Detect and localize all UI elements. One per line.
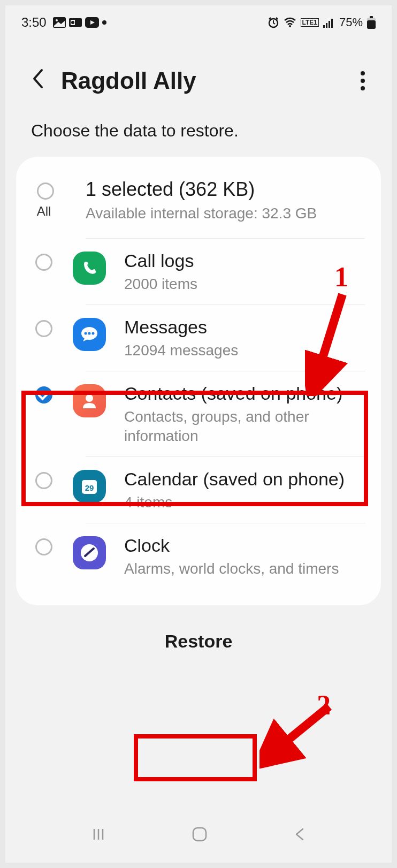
contacts-icon (73, 384, 106, 417)
phone-icon (73, 252, 106, 285)
navigation-bar (5, 815, 392, 857)
svg-point-17 (88, 332, 91, 335)
clock-subtitle: Alarms, world clocks, and timers (124, 559, 360, 578)
battery-percent: 75% (339, 16, 363, 29)
more-notifications-dot (102, 20, 106, 25)
outlook-icon (69, 17, 82, 28)
svg-rect-9 (326, 23, 327, 28)
item-row-calendar[interactable]: 29 Calendar (saved on phone) 4 items (32, 457, 365, 523)
messages-icon (73, 318, 106, 351)
wifi-icon (284, 17, 296, 28)
svg-line-29 (270, 706, 329, 755)
more-options-button[interactable] (361, 71, 376, 90)
calendar-radio[interactable] (35, 472, 52, 489)
svg-point-4 (71, 21, 74, 24)
svg-point-7 (289, 25, 291, 27)
calendar-subtitle: 4 items (124, 493, 360, 512)
status-left: 3:50 (21, 15, 106, 30)
select-all-radio[interactable] (37, 182, 54, 200)
contacts-title: Contacts (saved on phone) (124, 382, 360, 405)
svg-point-19 (86, 394, 93, 402)
svg-rect-11 (331, 19, 333, 28)
contacts-radio[interactable] (35, 386, 52, 403)
selection-summary-subtitle: Available internal storage: 32.3 GB (86, 204, 365, 223)
call-logs-title: Call logs (124, 249, 360, 272)
svg-rect-27 (193, 828, 206, 841)
status-time: 3:50 (21, 15, 47, 30)
svg-rect-13 (367, 20, 376, 29)
annotation-label-2: 2 (317, 689, 331, 721)
svg-point-18 (92, 332, 95, 335)
messages-subtitle: 12094 messages (124, 341, 360, 360)
item-row-call-logs[interactable]: Call logs 2000 items (32, 239, 365, 304)
select-all-label: All (37, 204, 51, 219)
item-row-messages[interactable]: Messages 12094 messages (32, 305, 365, 371)
svg-point-1 (56, 19, 58, 21)
clock-icon (73, 536, 106, 569)
call-logs-radio[interactable] (35, 254, 52, 271)
alarm-icon (268, 17, 279, 28)
svg-text:29: 29 (85, 483, 94, 492)
contacts-subtitle: Contacts, groups, and other information (124, 407, 360, 446)
signal-icon (323, 17, 335, 28)
page-subtitle: Choose the data to restore. (5, 110, 392, 157)
svg-rect-14 (370, 16, 373, 18)
item-row-clock[interactable]: Clock Alarms, world clocks, and timers (32, 523, 365, 589)
calendar-icon: 29 (73, 470, 106, 503)
status-right: LTE1 75% (268, 16, 376, 29)
clock-radio[interactable] (35, 538, 52, 555)
svg-rect-8 (323, 25, 325, 28)
restore-button[interactable]: Restore (143, 621, 254, 661)
back-button[interactable] (31, 68, 45, 94)
restore-options-card: All 1 selected (362 KB) Available intern… (16, 157, 381, 605)
svg-rect-10 (329, 21, 330, 28)
back-nav-button[interactable] (293, 827, 306, 846)
header: Ragdoll Ally (5, 35, 392, 110)
battery-icon (367, 16, 376, 29)
clock-title: Clock (124, 534, 360, 557)
call-logs-subtitle: 2000 items (124, 275, 360, 294)
page-title: Ragdoll Ally (61, 67, 196, 94)
recent-apps-button[interactable] (91, 827, 106, 846)
svg-point-16 (85, 332, 87, 335)
calendar-title: Calendar (saved on phone) (124, 468, 360, 491)
home-button[interactable] (191, 826, 208, 847)
status-bar: 3:50 LTE1 75% (5, 5, 392, 35)
item-row-contacts[interactable]: Contacts (saved on phone) Contacts, grou… (32, 371, 365, 456)
messages-radio[interactable] (35, 320, 52, 337)
annotation-arrow-2 (259, 701, 340, 771)
network-type: LTE1 (301, 18, 319, 27)
status-notification-icons (53, 17, 106, 28)
youtube-icon (85, 17, 99, 28)
messages-title: Messages (124, 316, 360, 339)
selection-summary-title: 1 selected (362 KB) (86, 178, 365, 201)
gallery-icon (53, 17, 66, 28)
annotation-highlight-2 (134, 734, 257, 781)
select-all-row[interactable]: All 1 selected (362 KB) Available intern… (32, 173, 365, 238)
